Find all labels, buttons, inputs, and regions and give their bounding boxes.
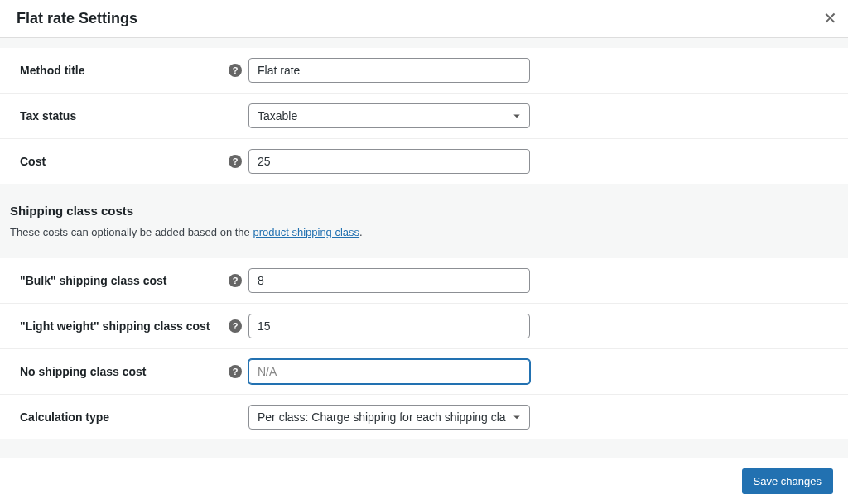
close-button[interactable]: ✕: [812, 0, 848, 36]
tax-status-select[interactable]: Taxable: [248, 103, 530, 128]
method-title-label: Method title: [20, 64, 85, 77]
help-icon[interactable]: ?: [229, 155, 242, 168]
calculation-type-select[interactable]: Per class: Charge shipping for each ship…: [248, 405, 530, 430]
no-class-cost-input[interactable]: [248, 359, 530, 384]
help-icon[interactable]: ?: [229, 365, 242, 378]
row-method-title: Method title ?: [0, 48, 848, 94]
row-calculation-type: Calculation type Per class: Charge shipp…: [0, 395, 848, 440]
bulk-cost-input[interactable]: [248, 268, 530, 293]
settings-table-main: Method title ? Tax status Taxable: [0, 48, 848, 184]
row-no-class-cost: No shipping class cost ?: [0, 349, 848, 395]
method-title-input[interactable]: [248, 58, 530, 83]
modal-title: Flat rate Settings: [17, 10, 137, 27]
flat-rate-settings-modal: Flat rate Settings ✕ Method title ? Tax …: [0, 0, 848, 504]
lightweight-cost-label: "Light weight" shipping class cost: [20, 319, 210, 333]
cost-label: Cost: [20, 155, 46, 168]
close-icon: ✕: [823, 8, 837, 28]
modal-footer: Save changes: [0, 458, 848, 504]
save-changes-button[interactable]: Save changes: [742, 468, 833, 494]
bulk-cost-label: "Bulk" shipping class cost: [20, 274, 166, 287]
shipping-class-title: Shipping class costs: [10, 204, 838, 218]
shipping-class-section-header: Shipping class costs These costs can opt…: [0, 184, 848, 248]
row-tax-status: Tax status Taxable: [0, 94, 848, 139]
no-class-cost-label: No shipping class cost: [20, 365, 146, 378]
row-lightweight-cost: "Light weight" shipping class cost ?: [0, 304, 848, 349]
calculation-type-label: Calculation type: [20, 410, 109, 424]
help-icon[interactable]: ?: [229, 319, 242, 333]
tax-status-label: Tax status: [20, 109, 76, 122]
help-icon[interactable]: ?: [229, 64, 242, 77]
help-icon[interactable]: ?: [229, 274, 242, 287]
lightweight-cost-input[interactable]: [248, 314, 530, 338]
product-shipping-class-link[interactable]: product shipping class: [253, 226, 359, 238]
row-bulk-cost: "Bulk" shipping class cost ?: [0, 258, 848, 304]
cost-input[interactable]: [248, 149, 530, 174]
modal-body: Method title ? Tax status Taxable: [0, 38, 848, 458]
shipping-class-description: These costs can optionally be added base…: [10, 226, 838, 238]
row-cost: Cost ?: [0, 139, 848, 185]
settings-table-shipping: "Bulk" shipping class cost ? "Light weig…: [0, 258, 848, 439]
modal-header: Flat rate Settings ✕: [0, 0, 848, 38]
